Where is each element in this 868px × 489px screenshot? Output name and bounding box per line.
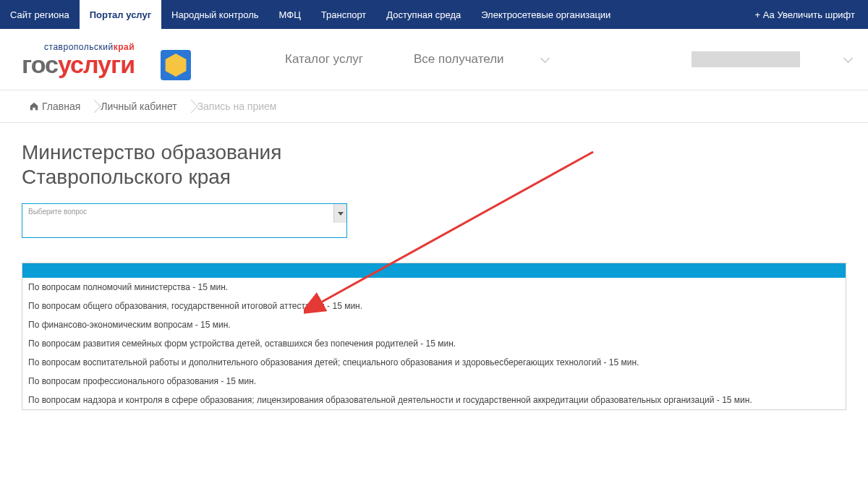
nav-region-site[interactable]: Сайт региона	[0, 0, 80, 29]
nav-accessible-env[interactable]: Доступная среда	[376, 0, 471, 29]
nav-people-control[interactable]: Народный контроль	[161, 0, 269, 29]
header-menu: Каталог услуг Все получатели	[285, 52, 550, 67]
dropdown-item[interactable]: По вопросам надзора и контроля в сфере о…	[22, 391, 846, 409]
nav-portal-services[interactable]: Портал услуг	[80, 0, 161, 29]
dropdown-item[interactable]: По вопросам полномочий министерства - 15…	[22, 278, 846, 297]
dropdown-list: По вопросам полномочий министерства - 15…	[22, 278, 846, 409]
user-menu[interactable]	[692, 51, 854, 67]
catalog-services-link[interactable]: Каталог услуг	[285, 52, 363, 67]
breadcrumb: Главная Личный кабинет Запись на прием	[0, 90, 868, 123]
breadcrumb-home[interactable]: Главная	[22, 101, 93, 112]
user-name	[692, 51, 800, 67]
increase-font-button[interactable]: + Аа Увеличить шрифт	[742, 0, 868, 29]
page-title: Министерство образования Ставропольского…	[22, 140, 846, 189]
dropdown-item[interactable]: По вопросам профессионального образовани…	[22, 372, 846, 391]
breadcrumb-account[interactable]: Личный кабинет	[93, 101, 190, 112]
dropdown-item[interactable]: По вопросам развития семейных форм устро…	[22, 334, 846, 353]
select-placeholder: Выберите вопрос	[22, 204, 93, 219]
nav-mfc[interactable]: МФЦ	[269, 0, 311, 29]
home-icon	[29, 101, 39, 111]
logo-wordmark: госуслуги	[22, 52, 135, 77]
catalog-label: Каталог услуг	[285, 52, 363, 67]
breadcrumb-current: Запись на прием	[190, 101, 290, 112]
chevron-down-icon	[843, 56, 854, 62]
recipients-dropdown[interactable]: Все получатели	[414, 52, 550, 67]
select-arrow-icon[interactable]	[333, 204, 346, 223]
chevron-down-icon	[540, 56, 550, 62]
main-content: Министерство образования Ставропольского…	[0, 123, 868, 428]
dropdown-item[interactable]: По вопросам общего образования, государс…	[22, 297, 846, 315]
dropdown-highlight-bar[interactable]	[22, 263, 846, 278]
header: ставропольскийкрай госуслуги Каталог усл…	[0, 29, 868, 90]
logo[interactable]: ставропольскийкрай госуслуги	[22, 42, 135, 77]
dropdown-item[interactable]: По финансово-экономическим вопросам - 15…	[22, 315, 846, 334]
recipients-label: Все получатели	[414, 52, 504, 67]
question-dropdown: По вопросам полномочий министерства - 15…	[22, 263, 846, 410]
nav-transport[interactable]: Транспорт	[311, 0, 377, 29]
nav-electric-orgs[interactable]: Электросетевые организации	[471, 0, 621, 29]
top-nav: Сайт региона Портал услуг Народный контр…	[0, 0, 868, 29]
dropdown-item[interactable]: По вопросам воспитательной работы и допо…	[22, 353, 846, 372]
question-select[interactable]: Выберите вопрос	[22, 203, 347, 238]
region-crest-icon	[161, 50, 191, 80]
